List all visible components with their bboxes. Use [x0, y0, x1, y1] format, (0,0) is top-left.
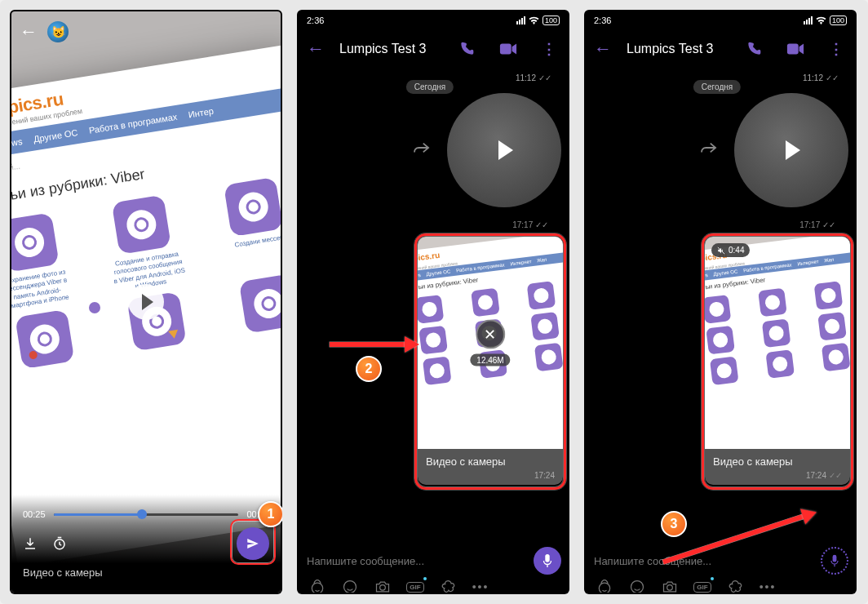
video-duration-pill: 0:44	[711, 243, 750, 257]
message-time: 17:24✓✓	[705, 471, 850, 485]
caption-field[interactable]: Видео с камеры	[23, 566, 269, 579]
clock: 2:36	[594, 16, 611, 25]
message-time: 11:12✓✓	[803, 73, 839, 82]
picture-icon[interactable]	[68, 284, 104, 320]
video-message-bubble[interactable]: lumpics.ru 9227 решений ваших проблем Wi…	[705, 237, 850, 485]
phone-1-video-editor: lumpics.ru 9227 решений ваших проблем ая…	[10, 10, 282, 594]
phone-2-chat-uploading: 2:36 100 ← Lumpics Test 3 ⋮ Сегодня 11:1…	[297, 10, 569, 594]
svg-point-11	[667, 585, 673, 591]
step-badge-3: 3	[661, 511, 687, 537]
emoji-icon[interactable]	[628, 578, 646, 593]
date-separator: Сегодня	[693, 80, 741, 94]
play-button[interactable]	[128, 284, 164, 320]
audio-icon[interactable]	[188, 284, 224, 320]
gallery-icon[interactable]	[439, 578, 457, 593]
battery-icon: 100	[830, 16, 847, 25]
gif-icon[interactable]: GIF	[693, 578, 711, 593]
sticker-icon[interactable]	[308, 578, 326, 593]
svg-rect-1	[500, 44, 512, 55]
camera-icon[interactable]	[661, 578, 679, 593]
tutorial-canvas: lumpics.ru 9227 решений ваших проблем ая…	[0, 0, 868, 604]
date-separator: Сегодня	[406, 80, 454, 94]
forward-icon[interactable]	[700, 140, 718, 155]
message-time: 17:24	[418, 471, 563, 485]
more-icon[interactable]: ⋮	[535, 40, 563, 58]
chat-title[interactable]: Lumpics Test 3	[339, 42, 441, 56]
step-badge-2: 2	[356, 356, 382, 382]
camera-icon[interactable]	[374, 578, 392, 593]
svg-point-5	[380, 585, 386, 591]
video-message-bubble[interactable]: lumpics.ru 9227 решений ваших проблем Wi…	[418, 237, 563, 485]
message-input-bar: Напишите сообщение... GIF •••	[299, 542, 568, 593]
svg-point-10	[631, 581, 644, 593]
chat-title[interactable]: Lumpics Test 3	[627, 42, 728, 56]
gif-icon[interactable]: GIF	[406, 578, 424, 593]
video-caption: Видео с камеры	[705, 449, 850, 471]
message-input[interactable]: Напишите сообщение...	[305, 552, 527, 571]
mic-button[interactable]	[534, 547, 561, 575]
mic-button[interactable]	[821, 547, 848, 575]
video-call-icon[interactable]	[493, 42, 524, 56]
forward-icon[interactable]	[413, 140, 431, 155]
wifi-icon	[529, 16, 539, 24]
download-icon[interactable]	[23, 536, 38, 551]
emoji-icon[interactable]	[341, 578, 359, 593]
video-note-message[interactable]	[734, 93, 848, 207]
back-icon[interactable]: ←	[303, 38, 328, 60]
status-bar: 2:36 100	[299, 11, 568, 29]
chat-header: ← Lumpics Test 3 ⋮	[586, 29, 855, 69]
back-icon[interactable]: ←	[591, 38, 615, 60]
more-icon[interactable]: •••	[759, 578, 777, 593]
message-time-2: 17:17 ✓✓	[512, 220, 548, 229]
back-icon[interactable]: ←	[20, 21, 38, 42]
video-call-icon[interactable]	[780, 42, 811, 56]
svg-rect-2	[545, 554, 549, 562]
signal-icon	[804, 16, 813, 24]
voice-call-icon[interactable]	[452, 41, 481, 57]
contact-avatar[interactable]: 😺	[47, 21, 69, 42]
status-bar: 2:36 100	[586, 11, 855, 29]
chat-header: ← Lumpics Test 3 ⋮	[299, 29, 568, 69]
cancel-upload-button[interactable]: ✕	[476, 320, 505, 349]
sticker-icon[interactable]	[596, 578, 613, 593]
annotation-arrow-2	[330, 336, 419, 353]
timer-icon[interactable]	[52, 536, 67, 551]
battery-icon: 100	[542, 16, 560, 25]
svg-point-4	[344, 581, 356, 593]
more-icon[interactable]: ⋮	[822, 40, 850, 58]
time-current: 00:25	[23, 509, 46, 519]
svg-rect-6	[787, 44, 799, 55]
clock: 2:36	[307, 16, 324, 25]
wifi-icon	[816, 16, 826, 24]
video-seekbar[interactable]: 00:25 00:49	[23, 509, 269, 519]
phone-3-chat-sent: 2:36 100 ← Lumpics Test 3 ⋮ Сегодня 11:1…	[584, 10, 857, 594]
message-time: 11:12✓✓	[516, 73, 551, 82]
more-icon[interactable]: •••	[472, 578, 489, 593]
gallery-icon[interactable]	[726, 578, 744, 593]
upload-size: 12.46M	[470, 354, 510, 366]
message-time-2: 17:17 ✓✓	[799, 220, 835, 229]
signal-icon	[516, 16, 525, 24]
svg-rect-8	[833, 555, 837, 562]
voice-call-icon[interactable]	[739, 41, 768, 57]
video-overlay-controls	[68, 284, 224, 320]
video-note-message[interactable]	[447, 93, 561, 207]
video-caption: Видео с камеры	[418, 449, 563, 471]
step-badge-1: 1	[258, 501, 282, 527]
